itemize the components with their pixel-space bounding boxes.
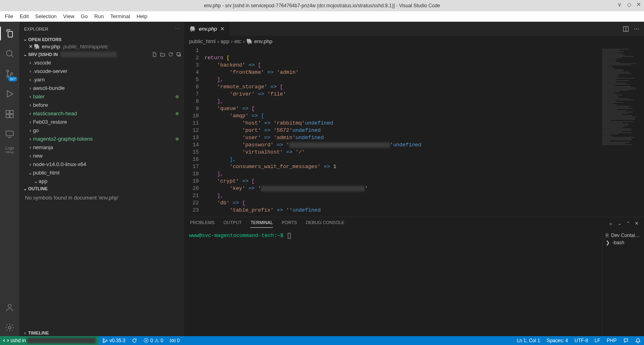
open-editors-header[interactable]: ⌄ OPEN EDITORS [19,36,184,43]
menu-file[interactable]: File [2,11,17,22]
tree-item[interactable]: ›elasticsearch-head [19,109,184,118]
status-bar: sshd in v0.35.3 ⓧ0 ⚠0 0 Ln 1, Col 1 Spac… [0,336,644,345]
terminal[interactable]: www@svc-magentocommand-tech:~$ [184,230,602,336]
explorer-label: EXPLORER [24,27,48,31]
new-folder-icon[interactable] [159,51,166,58]
tree-item[interactable]: ›.vscode-server [19,67,184,75]
chevron-icon: ⌄ [33,179,39,184]
new-file-icon[interactable] [151,51,158,58]
language-mode[interactable]: PHP [603,336,620,345]
tree-item[interactable]: ›go [19,126,184,135]
close-panel-icon[interactable]: ✕ [635,221,638,227]
explorer-more-icon[interactable]: ⋯ [175,26,180,31]
panel-tab-debug-console[interactable]: DEBUG CONSOLE [306,220,345,227]
terminal-list-item[interactable]: ⎘Dev Contai… [603,232,644,239]
editor-main[interactable]: 1234567891011121314151617181920212223 re… [184,46,644,217]
panel-tab-problems[interactable]: PROBLEMS [190,220,215,227]
remote-explorer-icon[interactable] [0,126,19,143]
panel-body: www@svc-magentocommand-tech:~$ ⎘Dev Cont… [184,230,644,336]
chevron-icon: › [27,111,33,116]
minimap[interactable] [600,46,644,217]
tree-item[interactable]: ›before [19,101,184,109]
code-content[interactable]: return [ 'backend' => [ 'frontName' => '… [204,46,600,217]
php-file-icon: 🐘 [34,44,40,50]
notifications-icon[interactable] [632,336,644,345]
breadcrumb-segment[interactable]: public_html [189,38,216,44]
menu-view[interactable]: View [60,11,78,22]
eol[interactable]: LF [591,336,603,345]
menu-go[interactable]: Go [78,11,91,22]
tree-item[interactable]: ⌄app [19,177,184,185]
source-control-icon[interactable]: 327 [0,65,19,82]
breadcrumb-segment[interactable]: app [221,38,229,44]
tree-item[interactable]: ›.vscode [19,58,184,67]
panel-tab-ports[interactable]: PORTS [282,220,297,227]
editor-tab-env-php[interactable]: 🐘 env.php ✕ [184,22,230,36]
menubar: FileEditSelectionViewGoRunTerminalHelp [0,11,644,22]
tree-item-label: baler [33,94,175,100]
git-branch[interactable]: v0.35.3 [99,336,128,345]
maximize-panel-icon[interactable]: ⌃ [626,221,630,227]
breadcrumb-segment[interactable]: etc [234,38,241,44]
ports-status[interactable]: 0 [167,336,183,345]
terminal-dropdown-icon[interactable]: ⌄ [618,221,621,227]
menu-selection[interactable]: Selection [32,11,60,22]
minimize-icon[interactable]: ∨ [617,2,622,7]
tree-item[interactable]: ›node-v14.0.0-linux-x64 [19,160,184,168]
menu-edit[interactable]: Edit [17,11,32,22]
maximize-icon[interactable]: ◇ [626,2,632,7]
tree-item[interactable]: ›.yarn [19,75,184,84]
new-terminal-icon[interactable]: ＋ [609,221,613,227]
chevron-icon: › [27,153,33,159]
tree-item[interactable]: ›magento2-graphql-tokens [19,135,184,143]
sync-icon[interactable] [128,336,140,345]
settings-gear-icon[interactable] [0,319,19,336]
tree-item[interactable]: ›Feb03_restore [19,118,184,126]
feedback-icon[interactable] [620,336,632,345]
tree-item[interactable]: ›nemanja [19,143,184,152]
tree-item[interactable]: ›new [19,152,184,160]
explorer-icon[interactable] [0,25,19,42]
open-editor-filename: env.php [42,44,60,50]
panel-tab-output[interactable]: OUTPUT [223,220,242,227]
svg-rect-8 [10,114,13,118]
more-actions-icon[interactable]: ⋯ [634,26,639,32]
tree-item[interactable]: ›awscli-bundle [19,84,184,92]
close-editor-icon[interactable]: ✕ [27,44,34,50]
outline-header[interactable]: ⌄ OUTLINE [19,185,184,192]
run-debug-icon[interactable] [0,85,19,102]
problems-status[interactable]: ⓧ0 ⚠0 [140,336,166,345]
remote-indicator[interactable]: sshd in [0,336,99,345]
logs-icon[interactable]: Logs Wksp [5,146,14,154]
panel-tab-terminal[interactable]: TERMINAL [250,220,273,228]
titlebar: env.php - srv [sshd in servicepod-776476… [0,0,644,11]
tree-item[interactable]: ⌄public_html [19,168,184,177]
chevron-icon: › [27,102,33,108]
collapse-all-icon[interactable] [175,51,182,58]
tree-item[interactable]: ›baler [19,92,184,101]
tree-item-label: .yarn [33,77,182,83]
menu-run[interactable]: Run [91,11,107,22]
indentation[interactable]: Spaces: 4 [543,336,571,345]
search-icon[interactable] [0,45,19,62]
svg-point-4 [11,73,13,75]
breadcrumb-segment[interactable]: 🐘 env.php [246,38,272,44]
chevron-icon: › [27,85,33,91]
account-icon[interactable] [0,299,19,316]
close-icon[interactable]: ✕ [636,2,642,7]
refresh-icon[interactable] [167,51,174,58]
breadcrumb[interactable]: public_html›app›etc›🐘 env.php [184,36,644,46]
split-editor-icon[interactable] [623,26,629,32]
folder-header[interactable]: ⌄ SRV [SSHD IN [19,50,184,58]
extensions-icon[interactable] [0,106,19,123]
menu-help[interactable]: Help [133,11,151,22]
terminal-list-item[interactable]: ❯-bash [603,239,644,246]
menu-terminal[interactable]: Terminal [107,11,133,22]
encoding[interactable]: UTF-8 [571,336,591,345]
cursor-position[interactable]: Ln 1, Col 1 [514,336,543,345]
open-editor-item[interactable]: ✕ 🐘 env.php public_html/app/etc [19,43,184,50]
open-editor-path: public_html/app/etc [63,44,108,50]
close-tab-icon[interactable]: ✕ [220,26,225,32]
timeline-header[interactable]: › TIMELINE [19,330,184,336]
tree-item-label: nemanja [33,144,182,150]
